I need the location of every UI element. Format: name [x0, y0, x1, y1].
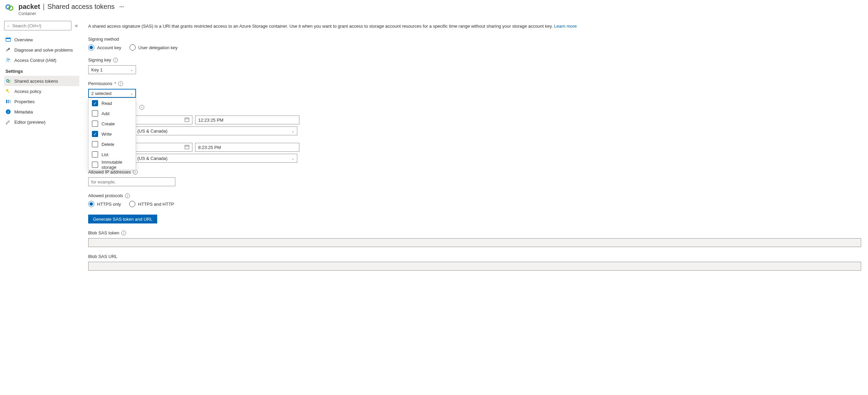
info-icon[interactable]: i	[121, 231, 126, 235]
permissions-dropdown-panel: ✓ Read Add Create ✓ Write	[88, 98, 136, 170]
blob-sas-token-output	[88, 238, 861, 247]
blob-sas-url-output	[88, 262, 861, 271]
permissions-label: Permissions	[88, 81, 112, 86]
svg-point-4	[7, 58, 9, 60]
sidebar-item-editor[interactable]: Editor (preview)	[4, 117, 79, 127]
generate-sas-button[interactable]: Generate SAS token and URL	[88, 215, 157, 223]
svg-rect-12	[10, 100, 11, 103]
info-icon: i	[5, 109, 11, 114]
checkbox-icon	[92, 121, 98, 127]
search-box[interactable]: ⌕	[4, 21, 71, 30]
container-icon	[5, 3, 14, 13]
permission-option-delete[interactable]: Delete	[89, 139, 136, 149]
sidebar-item-label: Diagnose and solve problems	[14, 47, 73, 53]
radio-user-delegation-key[interactable]: User delegation key	[130, 44, 178, 51]
resource-type: Container	[18, 11, 126, 16]
page-title: Shared access tokens	[48, 3, 115, 11]
more-actions-button[interactable]: ···	[117, 4, 126, 10]
properties-icon	[5, 99, 11, 104]
link-icon	[5, 78, 11, 84]
sidebar-item-access-policy[interactable]: Access policy	[4, 86, 79, 96]
sidebar: ⌕ « Overview Diagnose and solve problems…	[0, 17, 79, 281]
sidebar-item-label: Metadata	[14, 109, 33, 114]
collapse-sidebar-button[interactable]: «	[73, 22, 79, 29]
info-icon[interactable]: i	[133, 170, 138, 175]
info-icon[interactable]: i	[118, 81, 123, 86]
checkbox-icon	[92, 141, 98, 147]
calendar-icon	[185, 145, 189, 150]
radio-https-only[interactable]: HTTPS only	[88, 201, 121, 207]
svg-rect-3	[6, 38, 11, 39]
permission-option-immutable-storage[interactable]: Immutable storage	[89, 160, 136, 170]
key-icon	[5, 88, 11, 94]
radio-account-key[interactable]: Account key	[88, 44, 121, 51]
allowed-ip-input[interactable]	[91, 179, 172, 185]
sidebar-item-label: Access policy	[14, 89, 41, 94]
sidebar-group-settings: Settings	[4, 65, 79, 76]
sidebar-item-label: Overview	[14, 37, 33, 42]
permission-option-create[interactable]: Create	[89, 119, 136, 129]
checkbox-icon: ✓	[92, 131, 98, 137]
resource-name: packet	[18, 3, 40, 11]
info-icon[interactable]: i	[125, 193, 130, 198]
permissions-select[interactable]: 2 selected ⌄	[88, 89, 136, 98]
checkbox-icon	[92, 162, 98, 168]
signing-key-select[interactable]: Key 1 ⌄	[88, 65, 136, 74]
overview-icon	[5, 37, 11, 42]
permission-option-read[interactable]: ✓ Read	[89, 98, 136, 108]
sidebar-item-overview[interactable]: Overview	[4, 35, 79, 45]
svg-rect-19	[185, 145, 189, 149]
sidebar-item-iam[interactable]: Access Control (IAM)	[4, 55, 79, 65]
title-separator: |	[43, 3, 44, 11]
sidebar-item-properties[interactable]: Properties	[4, 96, 79, 107]
sidebar-item-label: Access Control (IAM)	[14, 58, 56, 63]
sidebar-item-metadata[interactable]: i Metadata	[4, 107, 79, 117]
main-content: A shared access signature (SAS) is a URI…	[79, 17, 868, 281]
svg-rect-10	[6, 100, 7, 103]
svg-rect-9	[8, 91, 10, 93]
radio-https-and-http[interactable]: HTTPS and HTTP	[129, 201, 174, 207]
sidebar-item-label: Editor (preview)	[14, 120, 45, 125]
blob-sas-url-label: Blob SAS URL	[88, 254, 117, 259]
expiry-time-input[interactable]: 8:23:25 PM	[195, 143, 299, 152]
pencil-icon	[5, 119, 11, 125]
people-icon	[5, 57, 11, 63]
chevron-down-icon: ⌄	[130, 92, 133, 95]
sidebar-item-shared-access-tokens[interactable]: Shared access tokens	[4, 76, 79, 86]
blob-sas-token-label: Blob SAS token	[88, 230, 119, 235]
search-input[interactable]	[12, 23, 68, 28]
info-icon[interactable]: i	[113, 58, 118, 63]
sidebar-item-label: Shared access tokens	[14, 79, 58, 84]
info-icon[interactable]: i	[139, 105, 144, 110]
checkbox-icon: ✓	[92, 100, 98, 106]
start-time-input[interactable]: 12:23:25 PM	[195, 115, 299, 124]
checkbox-icon	[92, 110, 98, 117]
checkbox-icon	[92, 151, 98, 158]
intro-text: A shared access signature (SAS) is a URI…	[88, 23, 861, 30]
chevron-down-icon: ⌄	[291, 156, 294, 160]
allowed-ip-input-wrapper[interactable]	[88, 177, 175, 186]
allowed-ip-label: Allowed IP addresses	[88, 169, 131, 175]
svg-rect-11	[8, 100, 9, 103]
permission-option-list[interactable]: List	[89, 149, 136, 160]
allowed-protocols-label: Allowed protocols	[88, 193, 123, 198]
chevron-down-icon: ⌄	[291, 129, 294, 133]
required-marker: *	[114, 81, 116, 86]
svg-point-5	[9, 59, 10, 60]
chevron-down-icon: ⌄	[130, 68, 133, 72]
permission-option-add[interactable]: Add	[89, 108, 136, 119]
learn-more-link[interactable]: Learn more	[554, 24, 577, 29]
calendar-icon	[185, 117, 189, 123]
signing-method-label: Signing method	[88, 37, 861, 42]
sidebar-item-label: Properties	[14, 99, 35, 104]
signing-key-label: Signing key	[88, 57, 111, 63]
svg-rect-15	[185, 118, 189, 122]
wrench-icon	[5, 47, 11, 53]
permission-option-write[interactable]: ✓ Write	[89, 129, 136, 139]
search-icon: ⌕	[7, 23, 10, 28]
sidebar-item-diagnose[interactable]: Diagnose and solve problems	[4, 45, 79, 55]
